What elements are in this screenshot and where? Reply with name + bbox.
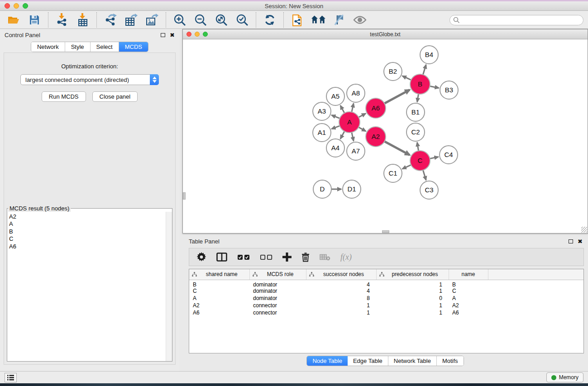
list-item[interactable]: A [9, 220, 166, 228]
tab-node-table[interactable]: Node Table [307, 356, 348, 366]
svg-text:A3: A3 [318, 107, 326, 115]
zoom-selected-icon[interactable] [235, 13, 249, 27]
graph-node-C1[interactable]: C1 [384, 164, 402, 182]
apply-layout-icon[interactable] [263, 13, 277, 27]
optimization-criterion-select[interactable]: largest connected component (directed) [20, 74, 159, 85]
graph-node-A6[interactable]: A6 [366, 98, 386, 118]
tab-select[interactable]: Select [91, 42, 119, 52]
zoom-in-icon[interactable] [172, 13, 187, 27]
deselect-all-icon[interactable] [260, 250, 272, 264]
column-settings-gear-icon[interactable] [196, 250, 206, 264]
network-from-file-icon[interactable] [290, 13, 305, 27]
graph-node-D1[interactable]: D1 [343, 180, 361, 198]
import-network-icon[interactable] [55, 13, 69, 27]
table-panel-title: Table Panel [189, 238, 220, 245]
node-table-container[interactable]: shared name MCDS role successor nodes pr… [189, 269, 584, 353]
float-panel-icon[interactable] [569, 239, 573, 243]
tab-network-table[interactable]: Network Table [388, 356, 437, 366]
list-item[interactable]: C [9, 235, 166, 243]
table-row[interactable]: Adominator80A [189, 295, 583, 302]
close-panel-icon[interactable]: ✖ [578, 238, 583, 244]
graph-node-A8[interactable]: A8 [347, 84, 365, 102]
graph-node-D[interactable]: D [313, 180, 331, 198]
svg-text:B4: B4 [425, 51, 433, 58]
svg-text:C3: C3 [425, 186, 433, 194]
tab-mcds[interactable]: MCDS [119, 42, 148, 52]
canvas-horizontal-scroll-thumb[interactable] [382, 230, 389, 233]
show-columns-icon[interactable] [216, 250, 227, 264]
tab-network[interactable]: Network [31, 42, 65, 52]
canvas-vertical-scroll-thumb[interactable] [183, 192, 186, 200]
col-successor-nodes[interactable]: successor nodes [306, 269, 376, 280]
tab-style[interactable]: Style [65, 42, 91, 52]
hide-annotations-icon[interactable] [332, 13, 346, 27]
graph-node-B4[interactable]: B4 [420, 46, 438, 64]
export-table-icon[interactable] [124, 13, 139, 27]
open-session-icon[interactable] [6, 13, 21, 27]
table-row[interactable]: A2connector11A2 [189, 302, 583, 309]
col-mcds-role[interactable]: MCDS role [249, 269, 306, 280]
search-input[interactable] [449, 15, 583, 25]
tab-motifs[interactable]: Motifs [437, 356, 464, 366]
graph-node-B1[interactable]: B1 [406, 103, 425, 121]
list-item[interactable]: A2 [9, 213, 166, 220]
network-window-titlebar[interactable]: testGlobe.txt [183, 29, 588, 39]
list-scrollbar[interactable] [166, 212, 172, 361]
float-panel-icon[interactable] [161, 33, 165, 37]
col-name[interactable]: name [449, 269, 488, 280]
graph-node-A3[interactable]: A3 [313, 102, 331, 120]
export-network-icon[interactable] [103, 13, 118, 27]
svg-text:B2: B2 [389, 67, 397, 75]
list-item[interactable]: A6 [9, 243, 166, 250]
create-column-plus-icon[interactable] [282, 250, 292, 264]
svg-text:D: D [320, 185, 325, 193]
graph-node-B3[interactable]: B3 [440, 81, 458, 99]
memory-label: Memory [559, 374, 578, 381]
function-builder-icon[interactable]: f(x) [340, 253, 352, 262]
graph-node-A7[interactable]: A7 [347, 142, 365, 160]
run-mcds-button[interactable]: Run MCDS [42, 91, 86, 102]
graph-node-C[interactable]: C [410, 151, 430, 171]
export-image-icon[interactable] [145, 13, 159, 27]
graph-node-C3[interactable]: C3 [420, 181, 438, 199]
graph-node-C2[interactable]: C2 [406, 123, 425, 141]
network-canvas[interactable]: AA1A3A5A8A4A7A6A2BB2B4B3B1CC2C4C1C3DD1 [183, 39, 588, 233]
graph-node-A2[interactable]: A2 [366, 127, 386, 147]
col-empty [488, 269, 583, 280]
graph-node-A5[interactable]: A5 [326, 87, 344, 105]
graph-node-A1[interactable]: A1 [313, 124, 331, 142]
svg-text:C4: C4 [444, 151, 453, 158]
cyndex-homes-icon[interactable] [311, 13, 325, 27]
close-panel-button[interactable]: Close panel [92, 91, 138, 102]
delete-table-icon[interactable] [320, 250, 330, 264]
memory-button[interactable]: Memory [546, 372, 583, 382]
graph-node-A4[interactable]: A4 [326, 139, 344, 157]
table-row[interactable]: Bdominator41B [189, 280, 583, 288]
table-row[interactable]: A6connector11A6 [189, 309, 583, 316]
show-hide-eye-icon[interactable] [353, 13, 367, 27]
zoom-out-icon[interactable] [193, 13, 208, 27]
close-panel-icon[interactable]: ✖ [170, 32, 175, 38]
save-session-icon[interactable] [27, 13, 42, 27]
tab-edge-table[interactable]: Edge Table [348, 356, 388, 366]
list-item[interactable]: B [9, 228, 166, 235]
graph-node-B2[interactable]: B2 [384, 62, 402, 81]
graph-node-B[interactable]: B [410, 74, 430, 94]
graph-node-A[interactable]: A [339, 112, 360, 133]
network-graph: AA1A3A5A8A4A7A6A2BB2B4B3B1CC2C4C1C3DD1 [183, 39, 588, 233]
resize-grip[interactable] [581, 227, 587, 233]
mcds-result-title: MCDS result (5 nodes) [8, 205, 71, 212]
col-shared-name[interactable]: shared name [189, 269, 249, 280]
mcds-result-list[interactable]: A2 A B C A6 [7, 212, 166, 361]
select-all-icon[interactable] [237, 250, 250, 264]
graph-node-C4[interactable]: C4 [440, 146, 458, 164]
delete-column-trash-icon[interactable] [301, 250, 310, 264]
table-row[interactable]: Cdominator41C [189, 288, 583, 295]
svg-text:B: B [418, 80, 422, 88]
task-history-button[interactable] [5, 373, 17, 382]
col-predecessor-nodes[interactable]: predecessor nodes [376, 269, 449, 280]
zoom-fit-icon[interactable] [214, 13, 229, 27]
svg-text:C1: C1 [388, 169, 397, 177]
import-table-icon[interactable] [76, 13, 90, 27]
svg-text:A7: A7 [352, 147, 360, 155]
